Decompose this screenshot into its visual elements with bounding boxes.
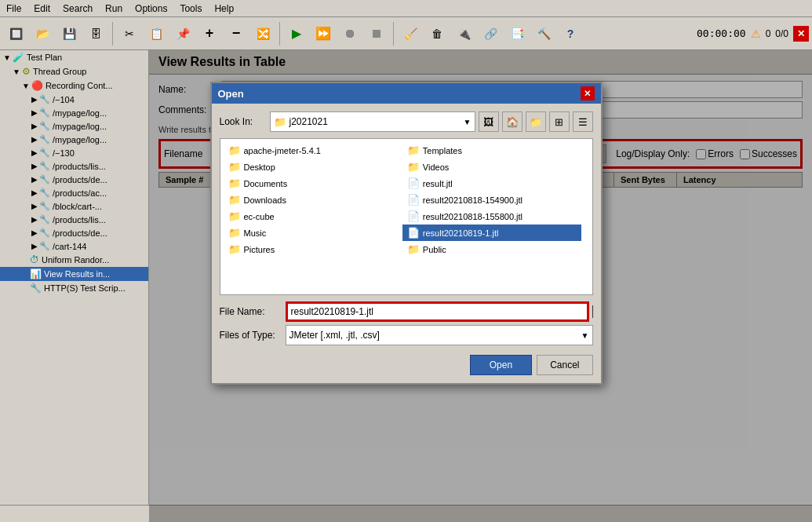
sidebar-item-recording[interactable]: ▼ 🔴 Recording Cont... [0, 78, 148, 93]
file-label: ec-cube [244, 212, 275, 221]
toolbar-open[interactable]: 📂 [30, 21, 55, 46]
toolbar-start-no-pause[interactable]: ⏩ [311, 21, 336, 46]
sidebar-item-sampler5[interactable]: ▶ 🔧 /−130 [0, 146, 148, 159]
file-item-downloads[interactable]: 📁 Downloads [224, 192, 402, 208]
sampler-icon: 🔧 [39, 228, 50, 238]
toolbar-help[interactable]: ? [558, 21, 583, 46]
folder-icon: 📁 [228, 243, 241, 255]
sidebar-item-sampler1[interactable]: ▶ 🔧 /−104 [0, 93, 148, 106]
file-item-public[interactable]: 📁 Public [402, 241, 581, 257]
sidebar-label: /products/lis... [53, 215, 106, 224]
sidebar-item-sampler6[interactable]: ▶ 🔧 /products/lis... [0, 159, 148, 173]
sidebar-label: Test Plan [27, 53, 62, 62]
file-item-documents[interactable]: 📁 Documents [224, 175, 402, 192]
toolbar-start[interactable]: ▶ [284, 21, 309, 46]
file-name-input[interactable] [286, 301, 589, 322]
sidebar-label: View Results in... [44, 269, 110, 279]
sidebar-item-view-results[interactable]: ▶ 📊 View Results in... [0, 267, 148, 281]
cancel-button[interactable]: Cancel [537, 355, 592, 375]
file-item-apache[interactable]: 📁 apache-jmeter-5.4.1 [224, 142, 402, 159]
toolbar-copy[interactable]: 📋 [144, 21, 169, 46]
main-layout: ▼ 🧪 Test Plan ▼ ⚙ Thread Group ▼ 🔴 Recor… [0, 50, 812, 522]
file-label: Music [244, 228, 267, 238]
file-item-desktop[interactable]: 📁 Desktop [224, 159, 402, 175]
toolbar-templates[interactable]: 📑 [504, 21, 530, 46]
folder-icon: 📁 [228, 144, 241, 156]
toolbar-function[interactable]: 🔨 [531, 21, 556, 46]
toolbar-exit[interactable]: ✕ [793, 26, 809, 42]
look-in-value: j2021021 [289, 116, 464, 127]
sidebar-item-sampler8[interactable]: ▶ 🔧 /products/ac... [0, 186, 148, 199]
open-button[interactable]: Open [470, 355, 532, 375]
toolbar-new[interactable]: 🔲 [3, 21, 28, 46]
dialog-titlebar: Open ✕ [212, 83, 601, 104]
sidebar-label: /block/cart-... [53, 202, 102, 211]
file-item-music[interactable]: 📁 Music [224, 224, 402, 241]
expand-icon: ▶ [31, 108, 38, 117]
toolbar-cut[interactable]: ✂ [117, 21, 142, 46]
toolbar-save-all[interactable]: 🗄 [83, 21, 108, 46]
menu-edit[interactable]: Edit [27, 2, 56, 16]
file-type-dropdown[interactable]: JMeter [.xml, .jtl, .csv] ▼ [286, 325, 593, 345]
sidebar-item-timer[interactable]: ▶ ⏱ Uniform Randor... [0, 253, 148, 267]
toolbar-clear[interactable]: 🧹 [398, 21, 423, 46]
toolbar-save[interactable]: 💾 [56, 21, 82, 46]
file-item-eccube[interactable]: 📁 ec-cube [224, 208, 402, 224]
nav-btn-image[interactable]: 🖼 [479, 111, 499, 132]
toolbar-stop[interactable]: ⏺ [337, 21, 362, 46]
jtl-icon: 📄 [407, 177, 420, 189]
sidebar-item-http-script[interactable]: ▶ 🔧 HTTP(S) Test Scrip... [0, 281, 148, 295]
menu-help[interactable]: Help [208, 2, 240, 16]
dialog-close-button[interactable]: ✕ [581, 86, 595, 100]
menu-file[interactable]: File [0, 2, 27, 16]
sampler-icon: 🔧 [39, 161, 50, 171]
plan-icon: 🧪 [13, 52, 24, 63]
sidebar-item-sampler10[interactable]: ▶ 🔧 /products/lis... [0, 213, 148, 226]
warning-icon: ⚠ [751, 27, 761, 40]
toolbar-toggle[interactable]: 🔀 [250, 21, 275, 46]
file-item-result-jtl[interactable]: 📄 result.jtl [402, 175, 581, 192]
toolbar-remote[interactable]: 🔌 [451, 21, 476, 46]
sidebar-item-test-plan[interactable]: ▼ 🧪 Test Plan [0, 50, 148, 64]
file-item-templates[interactable]: 📁 Templates [402, 142, 581, 159]
expand-icon: ▶ [31, 135, 38, 144]
sidebar-item-sampler12[interactable]: ▶ 🔧 /cart-144 [0, 239, 148, 253]
menu-search[interactable]: Search [56, 2, 99, 16]
sidebar-label: /products/de... [53, 175, 107, 184]
file-item-result4-selected[interactable]: 📄 result20210819-1.jtl [402, 224, 581, 241]
sidebar-label: /−104 [53, 95, 75, 104]
sidebar-item-sampler9[interactable]: ▶ 🔧 /block/cart-... [0, 199, 148, 213]
nav-btn-grid[interactable]: ⊞ [549, 111, 570, 132]
sampler-icon: 🔧 [39, 174, 50, 184]
expand-icon: ▼ [13, 68, 20, 76]
sidebar-item-sampler11[interactable]: ▶ 🔧 /products/de... [0, 226, 148, 239]
toolbar-remote2[interactable]: 🔗 [478, 21, 503, 46]
expand-icon: ▶ [31, 202, 38, 210]
file-item-pictures[interactable]: 📁 Pictures [224, 241, 402, 257]
nav-btn-new-folder[interactable]: 📁 [526, 111, 546, 132]
file-item-videos[interactable]: 📁 Videos [402, 159, 581, 175]
menu-options[interactable]: Options [129, 2, 173, 16]
sidebar-item-sampler4[interactable]: ▶ 🔧 /mypage/log... [0, 133, 148, 146]
menu-tools[interactable]: Tools [173, 2, 208, 16]
look-in-dropdown[interactable]: 📁 j2021021 ▼ [270, 111, 475, 132]
sampler-icon: 🔧 [39, 94, 50, 104]
toolbar-clear-all[interactable]: 🗑 [424, 21, 450, 46]
toolbar: 🔲 📂 💾 🗄 ✂ 📋 📌 + − 🔀 ▶ ⏩ ⏺ ⏹ 🧹 🗑 🔌 🔗 📑 🔨 … [0, 17, 812, 50]
menu-run[interactable]: Run [99, 2, 129, 16]
toolbar-collapse[interactable]: − [224, 21, 249, 46]
sidebar-item-thread-group[interactable]: ▼ ⚙ Thread Group [0, 64, 148, 78]
nav-btn-home[interactable]: 🏠 [502, 111, 523, 132]
timer-icon: ⏱ [30, 254, 39, 265]
nav-btn-list[interactable]: ☰ [573, 111, 593, 132]
toolbar-shutdown[interactable]: ⏹ [364, 21, 389, 46]
toolbar-expand[interactable]: + [197, 21, 222, 46]
file-item-result3[interactable]: 📄 result20210818-155800.jtl [402, 208, 581, 224]
sampler-icon: 🔧 [39, 148, 50, 158]
sidebar-item-sampler2[interactable]: ▶ 🔧 /mypage/log... [0, 106, 148, 119]
sidebar-item-sampler7[interactable]: ▶ 🔧 /products/de... [0, 173, 148, 186]
file-type-row: Files of Type: JMeter [.xml, .jtl, .csv]… [220, 325, 593, 345]
toolbar-paste[interactable]: 📌 [170, 21, 195, 46]
sidebar-item-sampler3[interactable]: ▶ 🔧 /mypage/log... [0, 119, 148, 133]
file-item-result2[interactable]: 📄 result20210818-154900.jtl [402, 192, 581, 208]
